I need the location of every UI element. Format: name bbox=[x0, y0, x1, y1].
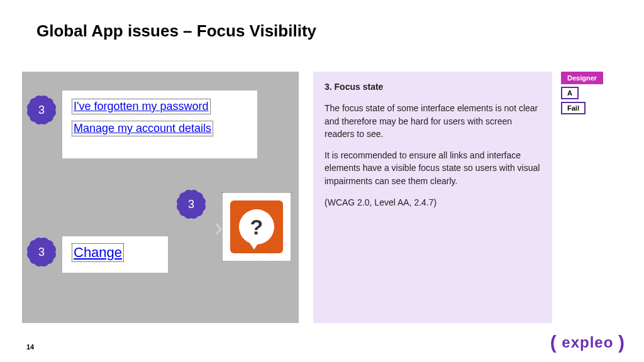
page-title: Global App issues – Focus Visibility bbox=[36, 21, 316, 41]
issue-paragraph-1: The focus state of some interface elemen… bbox=[325, 102, 541, 140]
issue-paragraph-2: It is recommended to ensure all links an… bbox=[325, 149, 541, 187]
issue-heading: 3. Focus state bbox=[325, 80, 541, 93]
forgot-password-link[interactable]: I've forgotten my password bbox=[72, 99, 210, 114]
help-icon[interactable]: ? bbox=[230, 200, 283, 253]
page-number: 14 bbox=[26, 343, 34, 351]
annotation-badge-2: 3 bbox=[179, 192, 203, 216]
tag-status: Fail bbox=[561, 102, 586, 114]
links-card: I've forgotten my password Manage my acc… bbox=[62, 90, 257, 158]
issue-description-panel: 3. Focus state The focus state of some i… bbox=[313, 72, 552, 323]
bracket-close-icon: ) bbox=[618, 332, 625, 353]
tag-list: Designer A Fail bbox=[561, 72, 603, 114]
help-icon-container: › ? bbox=[222, 192, 291, 261]
speech-bubble-icon: ? bbox=[239, 209, 274, 244]
tag-designer: Designer bbox=[561, 72, 603, 84]
annotation-badge-3: 3 bbox=[30, 240, 53, 264]
expleo-logo: ( expleo ) bbox=[550, 332, 625, 353]
slide: Global App issues – Focus Visibility 3 3… bbox=[0, 0, 644, 362]
bracket-open-icon: ( bbox=[550, 332, 557, 353]
example-panel: 3 3 3 I've forgotten my password Manage … bbox=[22, 72, 299, 323]
tag-level: A bbox=[561, 87, 579, 99]
manage-account-link[interactable]: Manage my account details bbox=[72, 121, 213, 136]
change-card: Change bbox=[62, 236, 168, 273]
brand-name: expleo bbox=[562, 334, 613, 351]
issue-wcag-ref: (WCAG 2.0, Level AA, 2.4.7) bbox=[325, 196, 541, 209]
chevron-right-icon: › bbox=[214, 211, 223, 243]
change-link[interactable]: Change bbox=[72, 244, 123, 261]
annotation-badge-1: 3 bbox=[30, 98, 53, 122]
